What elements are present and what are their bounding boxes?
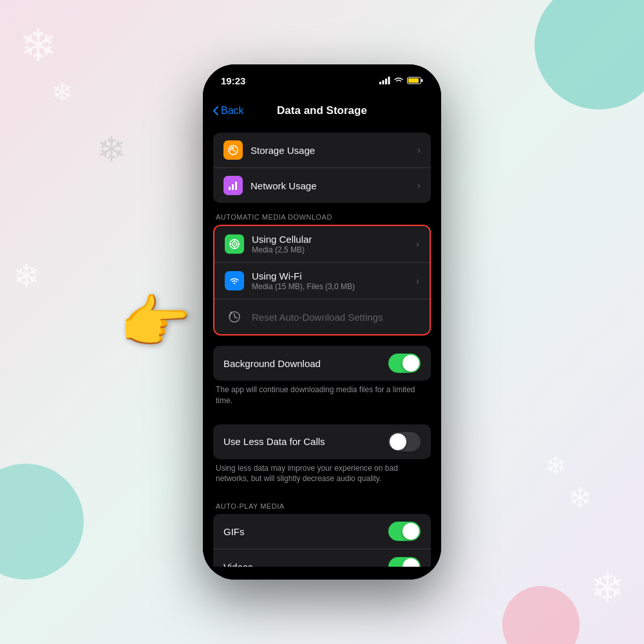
gifs-toggle-thumb [402,523,419,540]
wifi-icon [393,77,404,84]
using-wifi-icon [225,271,244,290]
auto-download-group: Using Cellular Media (2,5 MB) › [213,225,431,336]
background-download-description: The app will continue downloading media … [213,381,431,414]
storage-usage-title: Storage Usage [251,145,412,156]
using-cellular-row[interactable]: Using Cellular Media (2,5 MB) › [214,226,430,263]
storage-usage-icon [223,140,243,160]
storage-usage-row[interactable]: Storage Usage › [213,133,431,168]
battery-icon [407,77,423,84]
auto-play-group: GIFs Videos [213,514,431,567]
videos-toggle-thumb [402,558,419,567]
network-usage-row[interactable]: Network Usage › [213,168,431,203]
page-title: Data and Storage [277,104,367,117]
back-button[interactable]: Back [213,105,244,117]
snowflake-1: ❄ [19,19,57,72]
storage-usage-chevron: › [417,145,421,155]
reset-auto-download-text: Reset Auto-Download Settings [252,312,419,323]
back-label: Back [221,105,244,117]
storage-usage-text: Storage Usage [251,145,412,156]
using-wifi-subtitle: Media (15 MB), Files (3,0 MB) [252,282,411,291]
snowflake-6: ❄ [13,258,40,295]
status-bar: 19:23 [203,64,441,97]
network-usage-chevron: › [417,180,421,191]
gifs-text: GIFs [223,526,388,537]
use-less-data-section: Use Less Data for Calls Using less data … [213,424,431,493]
background-download-section: Background Download The app will continu… [213,346,431,414]
svg-rect-10 [235,182,237,190]
network-usage-icon [223,176,243,195]
svg-rect-8 [229,187,231,190]
use-less-data-toggle[interactable] [388,432,421,451]
snowflake-5: ❄ [568,481,592,515]
using-wifi-row[interactable]: Using Wi-Fi Media (15 MB), Files (3,0 MB… [214,263,430,299]
videos-row: Videos [213,549,431,567]
svg-point-13 [234,243,235,245]
snowflake-4: ❄ [590,564,625,612]
videos-text: Videos [223,562,388,567]
use-less-data-group: Use Less Data for Calls [213,424,431,459]
background-download-title: Background Download [223,358,388,369]
status-icons [379,77,423,84]
dot-pattern [13,386,109,547]
svg-rect-0 [379,82,381,84]
settings-content: Storage Usage › [203,122,441,567]
background-download-text: Background Download [223,358,388,369]
use-less-data-row: Use Less Data for Calls [213,424,431,459]
nav-header: Back Data and Storage [203,97,441,122]
background-download-toggle[interactable] [388,354,421,373]
phone-screen: Back Data and Storage [203,97,441,580]
gifs-row: GIFs [213,514,431,549]
using-wifi-title: Using Wi-Fi [252,270,411,281]
storage-network-section: Storage Usage › [213,133,431,203]
toggle-thumb [402,355,419,372]
reset-icon [225,307,244,327]
svg-rect-5 [421,79,423,82]
svg-rect-2 [385,79,387,84]
gifs-toggle[interactable] [388,522,421,541]
svg-rect-9 [232,184,234,190]
reset-auto-download-row[interactable]: Reset Auto-Download Settings [214,299,430,334]
using-wifi-chevron: › [416,276,419,286]
signal-icon [379,77,390,84]
background-download-row: Background Download [213,346,431,381]
network-usage-title: Network Usage [251,180,412,191]
using-wifi-text: Using Wi-Fi Media (15 MB), Files (3,0 MB… [252,270,411,291]
using-cellular-text: Using Cellular Media (2,5 MB) [252,234,411,254]
svg-rect-1 [383,80,384,85]
network-usage-text: Network Usage [251,180,412,191]
background-download-group: Background Download [213,346,431,381]
use-less-data-title: Use Less Data for Calls [223,436,388,447]
use-less-data-description: Using less data may improve your experie… [213,459,431,493]
videos-toggle[interactable] [388,557,421,567]
snowflake-3: ❄ [97,129,126,170]
reset-auto-download-title: Reset Auto-Download Settings [252,312,419,323]
svg-rect-3 [388,77,390,84]
using-cellular-title: Using Cellular [252,234,411,245]
gifs-title: GIFs [223,526,388,537]
use-less-data-text: Use Less Data for Calls [223,436,388,447]
svg-rect-6 [408,79,419,83]
auto-download-header: AUTOMATIC MEDIA DOWNLOAD [213,213,431,225]
using-cellular-icon [225,234,244,254]
videos-title: Videos [223,562,388,567]
auto-play-section: AUTO-PLAY MEDIA GIFs [213,502,431,567]
svg-point-18 [234,283,235,284]
auto-play-header: AUTO-PLAY MEDIA [213,502,431,514]
pointing-hand: 👉 [119,289,191,356]
phone-device: 👉 19:23 [203,64,441,580]
snowflake-2: ❄ [52,77,73,107]
auto-download-section: AUTOMATIC MEDIA DOWNLOAD [213,213,431,336]
snowflake-7: ❄ [545,451,567,480]
using-cellular-chevron: › [416,239,419,249]
use-less-data-toggle-thumb [390,433,406,450]
using-cellular-subtitle: Media (2,5 MB) [252,245,411,254]
status-time: 19:23 [221,75,245,86]
phone-body: 19:23 [203,64,441,580]
storage-network-group: Storage Usage › [213,133,431,203]
